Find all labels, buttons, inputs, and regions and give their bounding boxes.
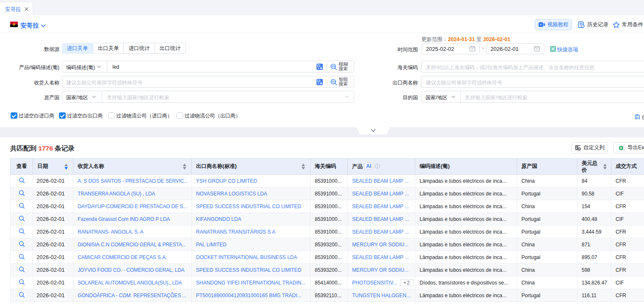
svg-text:A: A [320,66,322,70]
svg-text:A: A [320,81,322,85]
